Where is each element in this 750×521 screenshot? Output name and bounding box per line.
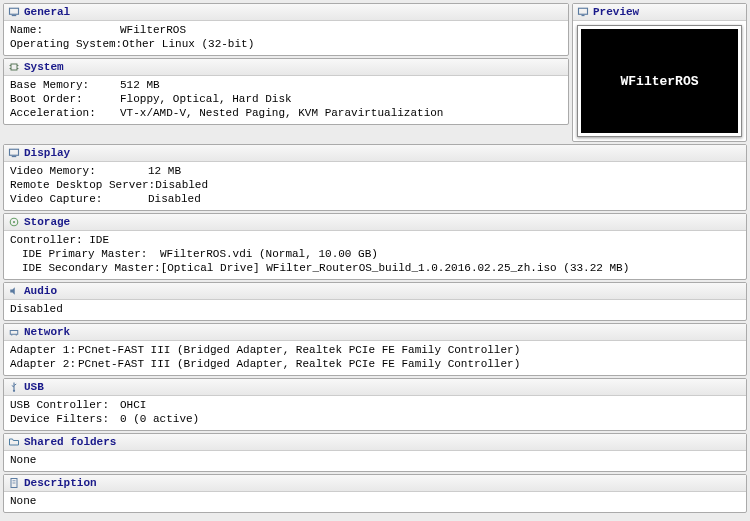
document-icon bbox=[8, 477, 20, 489]
sm-value: [Optical Drive] WFilter_RouterOS_build_1… bbox=[161, 261, 630, 275]
general-header[interactable]: General bbox=[4, 4, 568, 21]
preview-thumbnail[interactable]: WFilterROS bbox=[577, 25, 742, 137]
network-panel: Network Adapter 1:PCnet-FAST III (Bridge… bbox=[3, 323, 747, 376]
storage-header[interactable]: Storage bbox=[4, 214, 746, 231]
vc-value: Disabled bbox=[148, 192, 201, 206]
vmem-label: Video Memory: bbox=[10, 164, 148, 178]
boot-value: Floppy, Optical, Hard Disk bbox=[120, 92, 292, 106]
svg-rect-2 bbox=[11, 64, 17, 70]
rds-value: Disabled bbox=[155, 178, 208, 192]
display-header[interactable]: Display bbox=[4, 145, 746, 162]
folder-icon bbox=[8, 436, 20, 448]
acc-value: VT-x/AMD-V, Nested Paging, KVM Paravirtu… bbox=[120, 106, 443, 120]
audio-value: Disabled bbox=[10, 303, 63, 315]
usb-panel: USB USB Controller:OHCI Device Filters:0… bbox=[3, 378, 747, 431]
storage-panel: Storage Controller: IDE IDE Primary Mast… bbox=[3, 213, 747, 280]
usbfilter-value: 0 (0 active) bbox=[120, 412, 199, 426]
display-title: Display bbox=[24, 147, 70, 159]
audio-panel: Audio Disabled bbox=[3, 282, 747, 321]
monitor-icon bbox=[577, 6, 589, 18]
system-title: System bbox=[24, 61, 64, 73]
svg-rect-9 bbox=[10, 149, 19, 155]
shared-value: None bbox=[10, 454, 36, 466]
vmem-value: 12 MB bbox=[148, 164, 181, 178]
disk-icon bbox=[8, 216, 20, 228]
general-panel: General Name:WFilterROS Operating System… bbox=[3, 3, 569, 56]
preview-title: Preview bbox=[593, 6, 639, 18]
storage-title: Storage bbox=[24, 216, 70, 228]
storage-controller: Controller: IDE bbox=[10, 233, 740, 247]
shared-panel: Shared folders None bbox=[3, 433, 747, 472]
general-icon bbox=[8, 6, 20, 18]
name-label: Name: bbox=[10, 23, 120, 37]
mem-value: 512 MB bbox=[120, 78, 160, 92]
adapter1-value: PCnet-FAST III (Bridged Adapter, Realtek… bbox=[78, 343, 520, 357]
usbctrl-label: USB Controller: bbox=[10, 398, 120, 412]
network-icon bbox=[8, 326, 20, 338]
display-panel: Display Video Memory:12 MB Remote Deskto… bbox=[3, 144, 747, 211]
acc-label: Acceleration: bbox=[10, 106, 120, 120]
preview-panel: Preview WFilterROS bbox=[572, 3, 747, 142]
system-panel: System Base Memory:512 MB Boot Order:Flo… bbox=[3, 58, 569, 125]
pm-label: IDE Primary Master: bbox=[22, 247, 160, 261]
display-icon bbox=[8, 147, 20, 159]
rds-label: Remote Desktop Server: bbox=[10, 178, 155, 192]
network-title: Network bbox=[24, 326, 70, 338]
general-title: General bbox=[24, 6, 70, 18]
name-value: WFilterROS bbox=[120, 23, 186, 37]
svg-rect-13 bbox=[10, 331, 18, 335]
adapter2-value: PCnet-FAST III (Bridged Adapter, Realtek… bbox=[78, 357, 520, 371]
usbfilter-label: Device Filters: bbox=[10, 412, 120, 426]
pm-value: WFilterROS.vdi (Normal, 10.00 GB) bbox=[160, 247, 378, 261]
boot-label: Boot Order: bbox=[10, 92, 120, 106]
svg-rect-7 bbox=[579, 8, 588, 14]
os-label: Operating System: bbox=[10, 37, 122, 51]
audio-title: Audio bbox=[24, 285, 57, 297]
desc-value: None bbox=[10, 495, 36, 507]
preview-header[interactable]: Preview bbox=[573, 4, 746, 21]
shared-title: Shared folders bbox=[24, 436, 116, 448]
adapter2-label: Adapter 2: bbox=[10, 357, 78, 371]
usb-header[interactable]: USB bbox=[4, 379, 746, 396]
chip-icon bbox=[8, 61, 20, 73]
vc-label: Video Capture: bbox=[10, 192, 148, 206]
usbctrl-value: OHCI bbox=[120, 398, 146, 412]
system-header[interactable]: System bbox=[4, 59, 568, 76]
speaker-icon bbox=[8, 285, 20, 297]
os-value: Other Linux (32-bit) bbox=[122, 37, 254, 51]
usb-icon bbox=[8, 381, 20, 393]
sm-label: IDE Secondary Master: bbox=[22, 261, 161, 275]
mem-label: Base Memory: bbox=[10, 78, 120, 92]
usb-title: USB bbox=[24, 381, 44, 393]
svg-rect-0 bbox=[10, 8, 19, 14]
svg-rect-8 bbox=[582, 15, 585, 16]
audio-header[interactable]: Audio bbox=[4, 283, 746, 300]
desc-header[interactable]: Description bbox=[4, 475, 746, 492]
preview-text: WFilterROS bbox=[620, 74, 698, 89]
adapter1-label: Adapter 1: bbox=[10, 343, 78, 357]
svg-rect-1 bbox=[12, 15, 17, 16]
network-header[interactable]: Network bbox=[4, 324, 746, 341]
svg-rect-10 bbox=[12, 156, 17, 157]
desc-title: Description bbox=[24, 477, 97, 489]
shared-header[interactable]: Shared folders bbox=[4, 434, 746, 451]
desc-panel: Description None bbox=[3, 474, 747, 513]
svg-point-12 bbox=[13, 221, 15, 223]
